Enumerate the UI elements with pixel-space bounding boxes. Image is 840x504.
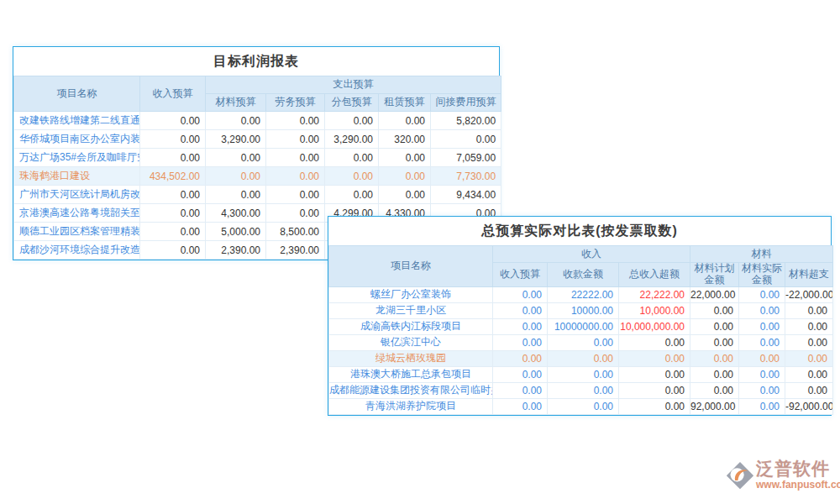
value-cell: 0.00 bbox=[325, 167, 379, 186]
col-header-income-budget: 收入预算 bbox=[493, 263, 548, 287]
value-cell: 0.00 bbox=[548, 334, 619, 350]
col-header-project-name: 项目名称 bbox=[14, 76, 140, 112]
value-cell: 0.00 bbox=[785, 334, 833, 350]
table-row[interactable]: 万达广场35#会所及咖啡厅空调安0.000.000.000.000.007,05… bbox=[14, 149, 501, 167]
value-cell: 92,000.00 bbox=[690, 398, 739, 414]
value-cell: 0.00 bbox=[690, 318, 739, 334]
col-header-rental-budget: 租赁预算 bbox=[379, 94, 431, 112]
value-cell: 0.00 bbox=[493, 334, 548, 350]
col-header-labor-budget: 劳务预算 bbox=[266, 94, 325, 112]
value-cell: 0.00 bbox=[379, 112, 431, 130]
table-row[interactable]: 绿城云栖玫瑰园0.000.000.000.000.000.00 bbox=[329, 350, 833, 366]
value-cell: 22,000.00 bbox=[690, 286, 739, 302]
project-name-cell: 万达广场35#会所及咖啡厅空调安 bbox=[14, 149, 140, 167]
value-cell: 0.00 bbox=[266, 130, 325, 149]
value-cell: 2,390.00 bbox=[206, 241, 266, 260]
value-cell: 0.00 bbox=[690, 302, 739, 318]
table-row[interactable]: 广州市天河区统计局机房改造项目0.000.000.000.000.009,434… bbox=[14, 186, 501, 204]
value-cell: 0.00 bbox=[739, 382, 785, 398]
value-cell: 22222.00 bbox=[548, 286, 619, 302]
value-cell: 434,502.00 bbox=[140, 167, 206, 186]
project-name-cell: 龙湖三千里小区 bbox=[329, 302, 493, 318]
value-cell: 10000.00 bbox=[548, 302, 619, 318]
value-cell: 0.00 bbox=[493, 398, 548, 414]
value-cell: 0.00 bbox=[690, 382, 739, 398]
value-cell: 0.00 bbox=[140, 149, 206, 167]
value-cell: 2,390.00 bbox=[266, 241, 325, 260]
project-name-cell: 螺丝厂办公室装饰 bbox=[329, 286, 493, 302]
budget-actual-comparison-table: 项目名称 收入 材料 收入预算 收款金额 总收入超额 材料计划金额 材料实际金额… bbox=[328, 245, 833, 415]
table-row[interactable]: 螺丝厂办公室装饰0.0022222.0022,222.0022,000.000.… bbox=[329, 286, 833, 302]
value-cell: 3,290.00 bbox=[325, 130, 379, 149]
table-row[interactable]: 成渝高铁内江标段项目0.0010000000.0010,000,000.000.… bbox=[329, 318, 833, 334]
project-name-cell: 华侨城项目南区办公室内装修工程 bbox=[14, 130, 140, 149]
table-row[interactable]: 龙湖三千里小区0.0010000.0010,000.000.000.000.00 bbox=[329, 302, 833, 318]
value-cell: 0.00 bbox=[739, 286, 785, 302]
col-header-received-amount: 收款金额 bbox=[548, 263, 619, 287]
value-cell: 22,222.00 bbox=[619, 286, 690, 302]
value-cell: 0.00 bbox=[619, 350, 690, 366]
project-name-cell: 改建铁路线增建第二线直通线（成 bbox=[14, 112, 140, 130]
value-cell: 0.00 bbox=[548, 350, 619, 366]
value-cell: 0.00 bbox=[548, 366, 619, 382]
col-header-material-overspend: 材料超支 bbox=[785, 263, 833, 287]
value-cell: 0.00 bbox=[493, 382, 548, 398]
fanpu-website-url: www.fanpusoft.com bbox=[756, 479, 840, 491]
value-cell: 0.00 bbox=[493, 302, 548, 318]
project-name-cell: 珠海鹤港口建设 bbox=[14, 167, 140, 186]
col-header-total-income-overage: 总收入超额 bbox=[619, 263, 690, 287]
target-profit-report-title: 目标利润报表 bbox=[13, 47, 499, 76]
value-cell: 0.00 bbox=[431, 130, 501, 149]
value-cell: 0.00 bbox=[619, 334, 690, 350]
value-cell: 0.00 bbox=[379, 167, 431, 186]
col-header-subcontract-budget: 分包预算 bbox=[325, 94, 379, 112]
table-row[interactable]: 珠海鹤港口建设434,502.000.000.000.000.007,730.0… bbox=[14, 167, 501, 186]
value-cell: 0.00 bbox=[739, 318, 785, 334]
value-cell: 10,000,000.00 bbox=[619, 318, 690, 334]
project-name-cell: 顺德工业园区档案管理精装饰工程 bbox=[14, 223, 140, 241]
value-cell: 0.00 bbox=[739, 350, 785, 366]
value-cell: 5,000.00 bbox=[206, 223, 266, 241]
table-row[interactable]: 港珠澳大桥施工总承包项目0.000.000.000.000.000.00 bbox=[329, 366, 833, 382]
value-cell: 0.00 bbox=[493, 350, 548, 366]
value-cell: 0.00 bbox=[266, 186, 325, 204]
fanpu-logo-text: 泛普软件 www.fanpusoft.com bbox=[756, 459, 840, 491]
value-cell: 0.00 bbox=[739, 334, 785, 350]
value-cell: 0.00 bbox=[690, 350, 739, 366]
col-header-indirect-cost-budget: 间接费用预算 bbox=[431, 94, 501, 112]
value-cell: 0.00 bbox=[619, 366, 690, 382]
col-header-material-actual-amount: 材料实际金额 bbox=[739, 263, 785, 287]
value-cell: 0.00 bbox=[206, 167, 266, 186]
table-row[interactable]: 华侨城项目南区办公室内装修工程0.003,290.000.003,290.003… bbox=[14, 130, 501, 149]
table-row[interactable]: 银亿滨江中心0.000.000.000.000.000.00 bbox=[329, 334, 833, 350]
col-header-project-name: 项目名称 bbox=[329, 246, 493, 287]
value-cell: 0.00 bbox=[785, 302, 833, 318]
value-cell: 0.00 bbox=[266, 167, 325, 186]
value-cell: 0.00 bbox=[548, 382, 619, 398]
value-cell: 0.00 bbox=[325, 186, 379, 204]
value-cell: -22,000.00 bbox=[785, 286, 833, 302]
budget-actual-comparison-panel: 总预算实际对比表(按发票取数) 项目名称 收入 材料 收入预算 收款金额 总收入… bbox=[328, 216, 832, 416]
value-cell: 0.00 bbox=[548, 398, 619, 414]
value-cell: 0.00 bbox=[140, 186, 206, 204]
value-cell: 0.00 bbox=[325, 112, 379, 130]
value-cell: 5,820.00 bbox=[431, 112, 501, 130]
col-group-material: 材料 bbox=[690, 246, 833, 263]
value-cell: 7,059.00 bbox=[431, 149, 501, 167]
fanpu-watermark: 泛普软件 www.fanpusoft.com bbox=[726, 459, 833, 496]
value-cell: 3,290.00 bbox=[206, 130, 266, 149]
value-cell: 320.00 bbox=[379, 130, 431, 149]
table-row[interactable]: 改建铁路线增建第二线直通线（成0.000.000.000.000.005,820… bbox=[14, 112, 501, 130]
table-row[interactable]: 青海洪湖养护院项目0.000.000.0092,000.000.00-92,00… bbox=[329, 398, 833, 414]
project-name-cell: 京港澳高速公路粤境韶关至广州互 bbox=[14, 204, 140, 223]
page: { "colors": { "panel_border": "#2ba6e2",… bbox=[0, 0, 840, 504]
value-cell: 10000000.00 bbox=[548, 318, 619, 334]
value-cell: 0.00 bbox=[493, 318, 548, 334]
value-cell: 0.00 bbox=[266, 204, 325, 223]
value-cell: 0.00 bbox=[206, 149, 266, 167]
col-header-income-budget: 收入预算 bbox=[140, 76, 206, 112]
value-cell: 0.00 bbox=[739, 398, 785, 414]
value-cell: 0.00 bbox=[379, 186, 431, 204]
table-row[interactable]: 成都能源建设集团投资有限公司临时办公场所装修0.000.000.000.000.… bbox=[329, 382, 833, 398]
value-cell: 0.00 bbox=[206, 186, 266, 204]
